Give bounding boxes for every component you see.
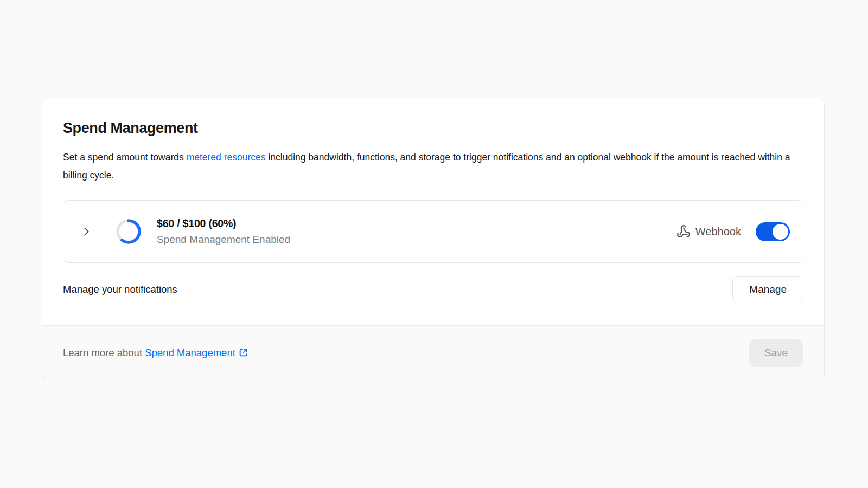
spend-status-panel: $60 / $100 (60%) Spend Management Enable… [63,200,803,263]
expand-chevron-button[interactable] [80,225,93,238]
spend-status-text: $60 / $100 (60%) Spend Management Enable… [157,217,290,246]
chevron-right-icon [80,226,92,237]
manage-button[interactable]: Manage [732,276,803,303]
spend-progress-ring [116,219,142,245]
webhook-toggle[interactable] [756,222,790,241]
metered-resources-link[interactable]: metered resources [187,152,266,163]
learn-more-prefix: Learn more about [63,347,145,358]
description-text-before: Set a spend amount towards [63,152,187,163]
page-title: Spend Management [63,120,803,137]
save-button[interactable]: Save [749,339,803,367]
notifications-label: Manage your notifications [63,284,177,296]
webhook-icon [676,224,691,239]
webhook-label: Webhook [695,226,741,238]
card-footer: Learn more about Spend Management Save [42,325,824,380]
card-description: Set a spend amount towards metered resou… [63,149,793,184]
external-link-icon [239,348,248,357]
spend-amount: $60 / $100 (60%) [157,217,290,230]
learn-more-text: Learn more about Spend Management [63,347,248,359]
learn-more-link-label: Spend Management [145,347,235,359]
spend-status-label: Spend Management Enabled [157,234,290,246]
spend-management-card: Spend Management Set a spend amount towa… [42,98,825,380]
learn-more-link[interactable]: Spend Management [145,347,248,359]
toggle-knob [773,224,788,240]
notifications-row: Manage your notifications Manage [63,276,803,303]
